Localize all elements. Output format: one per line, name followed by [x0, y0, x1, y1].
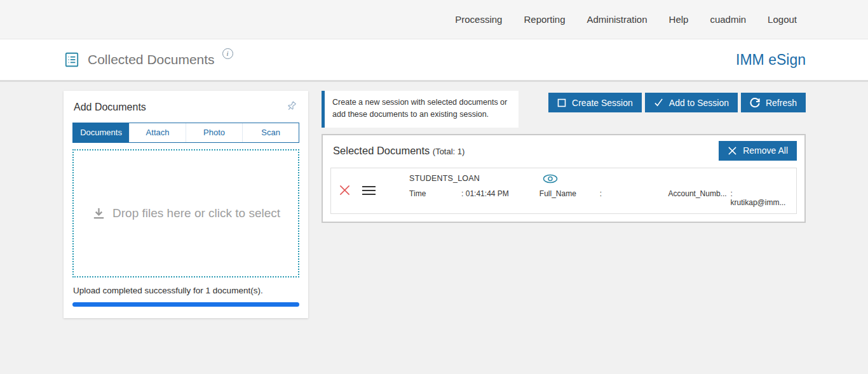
- download-icon: [92, 206, 106, 221]
- nav-item-administration[interactable]: Administration: [587, 14, 648, 25]
- tab-scan[interactable]: Scan: [242, 123, 299, 142]
- add-documents-title: Add Documents: [74, 102, 146, 113]
- document-name: STUDENTS_LOAN: [409, 174, 543, 183]
- add-to-session-icon: [654, 98, 663, 107]
- create-session-button[interactable]: Create Session: [548, 93, 642, 112]
- upload-status-text: Upload completed successfully for 1 docu…: [72, 286, 299, 295]
- dropzone-label: Drop files here or click to select: [112, 206, 280, 220]
- info-icon[interactable]: i: [222, 48, 233, 59]
- drag-handle-icon[interactable]: [362, 185, 376, 196]
- field-value-account-number: : krutikap@imm...: [731, 189, 789, 207]
- nav-item-processing[interactable]: Processing: [455, 14, 502, 25]
- upload-progress-bar: [72, 302, 299, 307]
- preview-icon[interactable]: [543, 174, 558, 184]
- brand-logo: IMM eSign: [736, 51, 806, 69]
- main-content: Add Documents Documents Attach Photo Sca…: [0, 82, 868, 318]
- add-documents-panel: Add Documents Documents Attach Photo Sca…: [64, 91, 308, 318]
- nav-item-logout[interactable]: Logout: [768, 14, 797, 25]
- remove-all-label: Remove All: [743, 145, 788, 156]
- create-session-label: Create Session: [572, 98, 633, 108]
- file-dropzone[interactable]: Drop files here or click to select: [72, 149, 299, 277]
- selected-documents-panel: Selected Documents (Total: 1) Remove All: [322, 134, 806, 223]
- field-value-fullname: :: [600, 189, 602, 207]
- remove-all-icon: [728, 146, 737, 156]
- collected-documents-icon: [64, 51, 80, 68]
- pin-icon[interactable]: [285, 100, 298, 115]
- selected-documents-title: Selected Documents: [333, 145, 430, 156]
- document-row: STUDENTS_LOAN Time : 01:41:44 PM: [330, 168, 797, 214]
- nav-item-cuadmin[interactable]: cuadmin: [710, 14, 746, 25]
- tab-attach[interactable]: Attach: [129, 123, 186, 142]
- top-navigation: Processing Reporting Administration Help…: [0, 0, 868, 39]
- session-info-box: Create a new session with selected docum…: [322, 91, 519, 128]
- field-label-account-number: Account_Numb...: [668, 189, 727, 207]
- nav-item-reporting[interactable]: Reporting: [524, 14, 565, 25]
- tab-photo[interactable]: Photo: [186, 123, 242, 142]
- page-header: Collected Documents i IMM eSign: [0, 39, 868, 82]
- field-label-fullname: Full_Name: [539, 189, 600, 207]
- remove-all-button[interactable]: Remove All: [719, 141, 797, 161]
- field-value-time: : 01:41:44 PM: [461, 189, 509, 207]
- add-to-session-button[interactable]: Add to Session: [645, 93, 738, 112]
- field-label-time: Time: [409, 189, 461, 207]
- create-session-icon: [557, 98, 566, 107]
- refresh-button[interactable]: Refresh: [741, 93, 806, 112]
- add-documents-tabs: Documents Attach Photo Scan: [72, 123, 299, 143]
- selected-documents-total: (Total: 1): [433, 147, 465, 156]
- session-area: Create a new session with selected docum…: [322, 91, 806, 223]
- nav-item-help[interactable]: Help: [669, 14, 689, 25]
- add-to-session-label: Add to Session: [669, 98, 729, 108]
- refresh-icon: [750, 98, 760, 108]
- session-buttons: Create Session Add to Session: [548, 93, 806, 112]
- tab-documents[interactable]: Documents: [73, 123, 129, 142]
- page-title: Collected Documents: [88, 52, 215, 67]
- delete-row-icon[interactable]: [339, 184, 351, 196]
- refresh-label: Refresh: [766, 98, 797, 108]
